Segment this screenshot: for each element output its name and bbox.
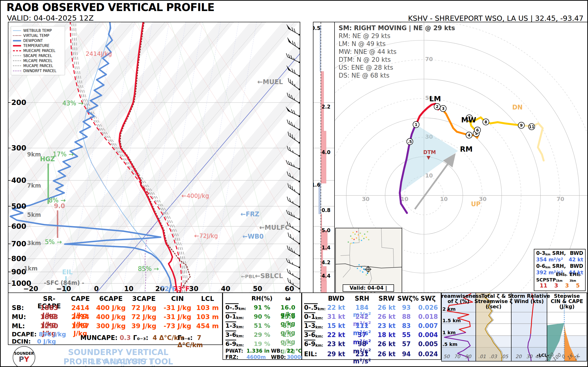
muecape-line-icon [13, 50, 21, 51]
pwat-row: PWAT:1.336 in WB:22 °C [223, 348, 303, 354]
legend-item: WETBULB TEMP [13, 28, 63, 33]
svg-text:10: 10 [401, 196, 408, 202]
sfc-temp-f: 73°F [174, 285, 190, 292]
svg-text:1km: 1km [24, 265, 38, 272]
svg-text:5.0: 5.0 [321, 228, 330, 233]
svg-text:300: 300 [11, 144, 26, 152]
svg-text:10: 10 [124, 285, 134, 293]
sounderpy-logo: SOUNDER PY [13, 346, 35, 367]
svg-text:10: 10 [440, 196, 448, 202]
svg-text:-0.5: -0.5 [313, 25, 320, 31]
lapse-3-6-stat: Γ₃₋₆: 7 Δ°C/km [177, 334, 222, 349]
storm-motion-text: SM: RIGHT MOVING | NE @ 29 kts RM: NE @ … [339, 24, 455, 80]
svg-text:.05: .05 [501, 354, 508, 359]
svg-text:0.8: 0.8 [321, 208, 330, 213]
lapse-0-3-stat: Γ₀₋₃: 4 Δ°C/km [133, 334, 185, 341]
svg-text:30: 30 [526, 354, 533, 359]
svg-text:Total ζ &: Total ζ & [481, 293, 506, 299]
svg-text:-SFC (84m) -: -SFC (84m) - [44, 280, 84, 286]
footer-credit: (C) KYLE J GILLETT | sounderpysoundings.… [51, 358, 185, 367]
svg-text:50: 50 [443, 354, 450, 359]
svg-text:3km: 3km [27, 240, 41, 247]
svg-text:←SBLCL: ←SBLCL [255, 272, 283, 280]
radar-map-inset: Valid: 04-04 | 12:00 [335, 228, 402, 293]
station-info: KSHV - SHREVEPORT WSO, LA US | 32.45, -9… [408, 14, 584, 23]
legend-item: SBCAPE PARCEL [13, 53, 63, 58]
svg-text:17% →: 17% → [53, 151, 74, 158]
svg-text:MW: MW [461, 116, 476, 124]
svg-text:70: 70 [454, 354, 461, 359]
srh-summary-box: 0-3km SRH,BWD 354 m²/s²42 kt 0-6km SRH,B… [534, 249, 586, 291]
svg-text:Wind (kts): Wind (kts) [514, 299, 544, 304]
svg-text:←PBL: ←PBL [241, 274, 255, 279]
svg-text:LM: LM [429, 95, 441, 103]
svg-text:(/sec): (/sec) [486, 304, 502, 309]
legend-item: DEWPOINT [13, 38, 63, 43]
lcl-marker-label: -LCL- [537, 353, 549, 358]
svg-text:600: 600 [11, 222, 26, 230]
svg-text:90: 90 [465, 354, 472, 359]
svg-text:9km: 9km [27, 151, 41, 158]
svg-text:400: 400 [11, 176, 26, 184]
svg-text:1.4: 1.4 [321, 245, 330, 250]
sbcape-line-icon [13, 55, 21, 56]
svg-text:30: 30 [189, 285, 199, 293]
eil-label: EIL [62, 268, 73, 276]
svg-text:6: 6 [476, 128, 479, 133]
svg-text:0: 0 [94, 285, 99, 293]
svg-text:←MUEL: ←MUEL [257, 78, 283, 85]
svg-text:500: 500 [11, 202, 26, 210]
skewt-legend: WETBULB TEMP VIRTUAL TEMP DEWPOINT TEMPE… [11, 26, 65, 75]
svg-text:1 km: 1 km [442, 330, 456, 335]
svg-text:(J/kg): (J/kg) [559, 304, 575, 309]
svg-text:4.0: 4.0 [321, 150, 330, 155]
shear-header-row: BWDSRH SRWSWζ% SWζ [302, 295, 441, 302]
frz-row: FRZ:4600m WB0:3000m [223, 354, 303, 360]
svg-text:←MULFC: ←MULFC [259, 224, 290, 231]
legend-item: MLCAPE PARCEL [13, 58, 63, 63]
dewpoint-line-icon [13, 40, 21, 42]
svg-text:2414J/kg: 2414J/kg [86, 50, 112, 57]
mucape-line-icon [13, 65, 21, 66]
radar-echoes [348, 231, 370, 275]
mini-panels: Streamwisenessof ζ (%) Total ζ &Streamwi… [441, 292, 587, 362]
dcin-row: DCIN: 0 J/kg [12, 338, 56, 345]
svg-text:2: 2 [436, 104, 438, 109]
svg-text:Streamwiseness: Streamwiseness [441, 293, 482, 299]
svg-text:.01: .01 [478, 354, 486, 359]
legend-item: VIRTUAL TEMP [13, 33, 63, 38]
svg-text:8: 8 [484, 120, 487, 124]
svg-text:UP: UP [471, 200, 481, 208]
hgz-label: HGZ [40, 156, 55, 163]
page-title: RAOB OBSERVED VERTICAL PROFILE [7, 1, 214, 13]
layer-bars [319, 26, 327, 293]
svg-text:11: 11 [529, 125, 534, 129]
svg-text:.5: .5 [408, 139, 412, 144]
svg-text:60: 60 [285, 285, 294, 293]
svg-text:43% →: 43% → [62, 100, 83, 107]
legend-item: MUECAPE PARCEL [13, 48, 63, 53]
cape-labels: 2414J/kg ←400J/kg ←72J/kg [86, 50, 218, 239]
svg-text:-1.6: -1.6 [313, 182, 320, 188]
svg-text:Streamwise ζ: Streamwise ζ [475, 299, 513, 304]
level-labels: ←MUEL ←FRZ ←MULFC ←WB0 ←PBL ←SBLCL [241, 78, 290, 280]
valid-time: VALID: 04-04-2025 12Z [7, 14, 94, 22]
svg-text:3: 3 [442, 106, 444, 111]
svg-text:←400J/kg: ←400J/kg [182, 192, 209, 199]
map-valid-caption: Valid: 04-04 | 12:00 [343, 284, 394, 292]
svg-text:200: 200 [11, 98, 26, 107]
svg-text:800: 800 [11, 254, 26, 263]
rh-table: RH(%)ω 0-.5km: 91 %16.0 g/kg 0-1km: 90 %… [223, 292, 302, 360]
svg-text:.03: .03 [489, 354, 497, 359]
svg-text:Stepwise: Stepwise [554, 293, 580, 299]
svg-text:←FRZ: ←FRZ [241, 211, 259, 218]
lapse-label: 9.0 [54, 202, 65, 210]
svg-text:9: 9 [520, 123, 523, 128]
wetbulb-line-icon [13, 30, 21, 31]
svg-text:20: 20 [515, 354, 522, 359]
svg-text:1.5 km: 1.5 km [442, 318, 461, 323]
shear-table: BWDSRH SRWSWζ% SWζ 0-.5km: 22 kt184 m²/s… [302, 292, 441, 360]
state-borders [340, 228, 394, 289]
svg-text:−20: −20 [23, 285, 38, 293]
thermo-table: SR-ECAPECAPE 6CAPE3CAPE CINLCL SB: 1883 … [8, 292, 223, 345]
